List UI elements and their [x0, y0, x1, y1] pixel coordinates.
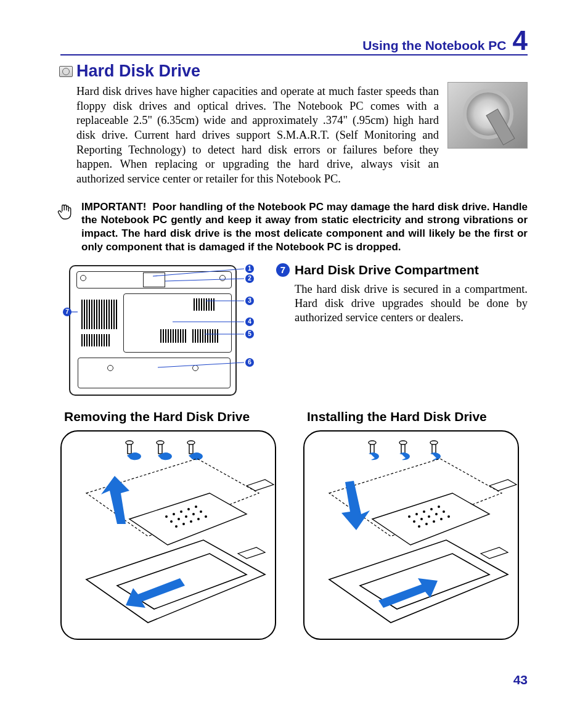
- svg-point-17: [195, 505, 197, 508]
- removing-heading: Removing the Hard Disk Drive: [64, 409, 285, 424]
- laptop-bottom-diagram: 1 2 3 4 5 6 7: [67, 263, 258, 398]
- svg-point-43: [443, 510, 445, 513]
- svg-point-42: [435, 513, 438, 515]
- svg-point-26: [197, 518, 200, 520]
- installing-heading: Installing the Hard Disk Drive: [307, 409, 528, 424]
- svg-point-48: [447, 515, 450, 518]
- svg-point-29: [369, 441, 376, 444]
- compartment-number: 7: [276, 263, 290, 277]
- callout-6: 6: [245, 358, 254, 367]
- svg-point-21: [192, 513, 195, 515]
- svg-point-15: [180, 510, 182, 513]
- callout-5: 5: [245, 330, 254, 338]
- hdd-photo: [447, 82, 528, 149]
- hand-icon: [57, 200, 74, 254]
- callout-1: 1: [245, 264, 254, 273]
- section-title-text: Hard Disk Drive: [76, 62, 200, 81]
- svg-point-36: [423, 510, 425, 513]
- compartment-title: Hard Disk Drive Compartment: [295, 263, 479, 277]
- svg-point-46: [433, 520, 435, 523]
- compartment-heading: 7 Hard Disk Drive Compartment: [276, 263, 528, 277]
- intro-paragraph: Hard disk drives have higher capacities …: [76, 84, 439, 187]
- svg-point-8: [126, 441, 133, 444]
- svg-point-13: [165, 515, 168, 518]
- svg-point-44: [418, 525, 420, 528]
- page-number: 43: [513, 673, 528, 687]
- svg-point-10: [157, 441, 164, 444]
- svg-point-19: [178, 518, 180, 520]
- svg-point-35: [415, 513, 418, 515]
- svg-point-14: [173, 513, 175, 515]
- svg-point-38: [438, 505, 440, 508]
- svg-point-31: [399, 441, 407, 444]
- important-callout: IMPORTANT! Poor handling of the Notebook…: [60, 200, 528, 254]
- svg-point-25: [190, 520, 192, 523]
- svg-point-33: [430, 441, 438, 444]
- important-text: Poor handling of the Notebook PC may dam…: [81, 201, 528, 253]
- svg-point-24: [182, 523, 185, 525]
- svg-point-45: [425, 523, 428, 525]
- callout-7: 7: [63, 308, 71, 316]
- callout-4: 4: [245, 317, 254, 326]
- svg-point-20: [185, 515, 187, 518]
- compartment-text: The hard disk drive is secured in a comp…: [276, 282, 528, 325]
- svg-point-37: [430, 508, 433, 510]
- page-header: Using the Notebook PC 4: [60, 28, 528, 55]
- svg-point-12: [187, 441, 195, 444]
- svg-point-16: [187, 508, 190, 510]
- svg-point-34: [408, 515, 410, 518]
- section-title: Hard Disk Drive: [59, 62, 528, 81]
- important-label: IMPORTANT!: [81, 201, 146, 213]
- svg-point-40: [420, 518, 423, 520]
- svg-point-47: [440, 518, 443, 520]
- svg-point-41: [428, 515, 430, 518]
- svg-point-22: [200, 510, 202, 513]
- callout-3: 3: [245, 297, 254, 305]
- header-title: Using the Notebook PC: [362, 38, 506, 53]
- callout-2: 2: [245, 274, 254, 283]
- svg-point-18: [170, 520, 173, 523]
- installing-diagram: [303, 430, 519, 640]
- hdd-icon: [59, 66, 73, 77]
- svg-point-23: [175, 525, 178, 528]
- chapter-number: 4: [513, 28, 528, 53]
- svg-point-27: [205, 515, 207, 518]
- svg-point-39: [413, 520, 415, 523]
- removing-diagram: [60, 430, 276, 640]
